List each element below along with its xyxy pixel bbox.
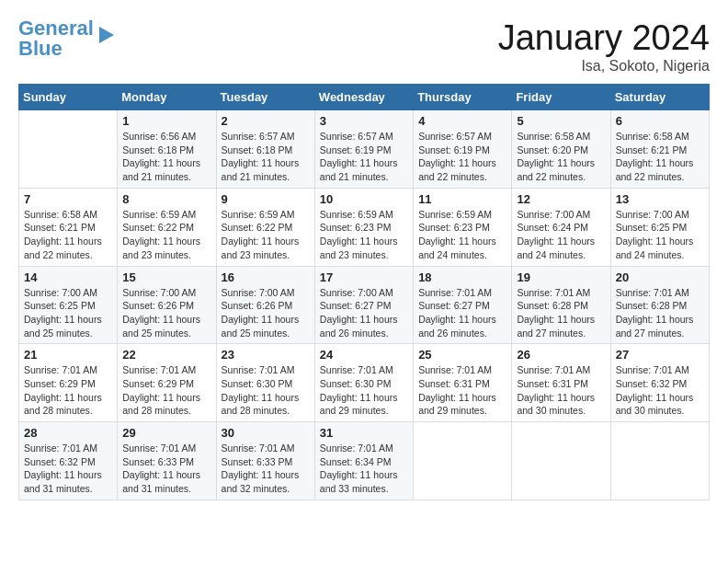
day-number: 25 [418, 348, 506, 362]
calendar-cell: 22Sunrise: 7:01 AMSunset: 6:29 PMDayligh… [118, 344, 216, 422]
title-block: January 2024 Isa, Sokoto, Nigeria [498, 18, 710, 75]
cell-details: Sunrise: 6:57 AMSunset: 6:19 PMDaylight:… [418, 130, 506, 184]
day-number: 12 [517, 192, 605, 206]
day-number: 7 [24, 192, 112, 206]
day-number: 13 [616, 192, 704, 206]
day-number: 19 [517, 270, 605, 284]
svg-marker-0 [99, 27, 114, 43]
cell-details: Sunrise: 6:59 AMSunset: 6:23 PMDaylight:… [418, 208, 506, 262]
cell-details: Sunrise: 7:00 AMSunset: 6:26 PMDaylight:… [122, 286, 210, 340]
calendar-cell: 3Sunrise: 6:57 AMSunset: 6:19 PMDaylight… [314, 110, 413, 189]
day-number: 8 [122, 192, 210, 206]
day-number: 9 [222, 192, 310, 206]
calendar-cell: 21Sunrise: 7:01 AMSunset: 6:29 PMDayligh… [19, 344, 118, 422]
calendar-cell: 6Sunrise: 6:58 AMSunset: 6:21 PMDaylight… [610, 110, 709, 189]
calendar-week-1: 1Sunrise: 6:56 AMSunset: 6:18 PMDaylight… [19, 110, 710, 189]
cell-details: Sunrise: 6:59 AMSunset: 6:22 PMDaylight:… [222, 208, 310, 262]
calendar-cell: 2Sunrise: 6:57 AMSunset: 6:18 PMDaylight… [216, 110, 314, 189]
cell-details: Sunrise: 6:59 AMSunset: 6:22 PMDaylight:… [122, 208, 210, 262]
calendar-cell [414, 422, 512, 500]
cell-details: Sunrise: 7:01 AMSunset: 6:34 PMDaylight:… [320, 442, 408, 496]
day-number: 22 [122, 348, 210, 362]
day-number: 10 [320, 192, 408, 206]
calendar-cell: 9Sunrise: 6:59 AMSunset: 6:22 PMDaylight… [216, 188, 314, 266]
header-monday: Monday [118, 85, 216, 110]
header-sunday: Sunday [19, 85, 118, 110]
day-number: 29 [122, 426, 210, 440]
day-number: 3 [320, 114, 408, 128]
cell-details: Sunrise: 6:57 AMSunset: 6:18 PMDaylight:… [222, 130, 310, 184]
calendar-cell: 24Sunrise: 7:01 AMSunset: 6:30 PMDayligh… [314, 344, 413, 422]
day-number: 11 [418, 192, 506, 206]
cell-details: Sunrise: 7:01 AMSunset: 6:32 PMDaylight:… [616, 363, 704, 418]
day-number: 1 [122, 114, 210, 128]
cell-details: Sunrise: 6:59 AMSunset: 6:23 PMDaylight:… [320, 208, 408, 262]
day-number: 16 [222, 270, 310, 284]
calendar-cell: 28Sunrise: 7:01 AMSunset: 6:32 PMDayligh… [19, 422, 118, 500]
page-subtitle: Isa, Sokoto, Nigeria [498, 58, 710, 75]
calendar-cell: 20Sunrise: 7:01 AMSunset: 6:28 PMDayligh… [610, 266, 709, 344]
cell-details: Sunrise: 7:00 AMSunset: 6:24 PMDaylight:… [517, 208, 605, 262]
calendar-cell: 19Sunrise: 7:01 AMSunset: 6:28 PMDayligh… [512, 266, 610, 344]
cell-details: Sunrise: 6:58 AMSunset: 6:21 PMDaylight:… [616, 130, 704, 184]
cell-details: Sunrise: 7:00 AMSunset: 6:26 PMDaylight:… [222, 286, 310, 340]
cell-details: Sunrise: 7:01 AMSunset: 6:33 PMDaylight:… [222, 442, 310, 496]
calendar-cell: 12Sunrise: 7:00 AMSunset: 6:24 PMDayligh… [512, 188, 610, 266]
calendar-cell: 14Sunrise: 7:00 AMSunset: 6:25 PMDayligh… [19, 266, 118, 344]
day-number: 15 [122, 270, 210, 284]
cell-details: Sunrise: 7:01 AMSunset: 6:30 PMDaylight:… [222, 363, 310, 418]
calendar-cell: 4Sunrise: 6:57 AMSunset: 6:19 PMDaylight… [414, 110, 512, 189]
calendar-cell: 7Sunrise: 6:58 AMSunset: 6:21 PMDaylight… [19, 188, 118, 266]
cell-details: Sunrise: 7:00 AMSunset: 6:25 PMDaylight:… [616, 208, 704, 262]
cell-details: Sunrise: 7:01 AMSunset: 6:32 PMDaylight:… [24, 442, 112, 496]
calendar-week-5: 28Sunrise: 7:01 AMSunset: 6:32 PMDayligh… [19, 422, 710, 500]
day-number: 18 [418, 270, 506, 284]
day-number: 23 [222, 348, 310, 362]
header-friday: Friday [512, 85, 610, 110]
calendar-cell: 18Sunrise: 7:01 AMSunset: 6:27 PMDayligh… [414, 266, 512, 344]
cell-details: Sunrise: 7:01 AMSunset: 6:31 PMDaylight:… [517, 363, 605, 418]
calendar-cell: 29Sunrise: 7:01 AMSunset: 6:33 PMDayligh… [118, 422, 216, 500]
calendar-cell: 17Sunrise: 7:00 AMSunset: 6:27 PMDayligh… [314, 266, 413, 344]
cell-details: Sunrise: 7:00 AMSunset: 6:27 PMDaylight:… [320, 286, 408, 340]
cell-details: Sunrise: 6:58 AMSunset: 6:20 PMDaylight:… [517, 130, 605, 184]
day-number: 2 [222, 114, 310, 128]
cell-details: Sunrise: 6:56 AMSunset: 6:18 PMDaylight:… [122, 130, 210, 184]
day-number: 24 [320, 348, 408, 362]
calendar-cell: 16Sunrise: 7:00 AMSunset: 6:26 PMDayligh… [216, 266, 314, 344]
day-number: 4 [418, 114, 506, 128]
day-number: 21 [24, 348, 112, 362]
calendar-week-2: 7Sunrise: 6:58 AMSunset: 6:21 PMDaylight… [19, 188, 710, 266]
calendar-table: SundayMondayTuesdayWednesdayThursdayFrid… [18, 84, 710, 500]
header-saturday: Saturday [610, 85, 709, 110]
page-header: GeneralBlue January 2024 Isa, Sokoto, Ni… [18, 18, 710, 75]
day-number: 31 [320, 426, 408, 440]
logo-arrow-icon [96, 25, 116, 45]
day-number: 26 [517, 348, 605, 362]
calendar-cell: 11Sunrise: 6:59 AMSunset: 6:23 PMDayligh… [414, 188, 512, 266]
header-wednesday: Wednesday [314, 85, 413, 110]
calendar-cell: 8Sunrise: 6:59 AMSunset: 6:22 PMDaylight… [118, 188, 216, 266]
calendar-cell: 31Sunrise: 7:01 AMSunset: 6:34 PMDayligh… [314, 422, 413, 500]
calendar-week-4: 21Sunrise: 7:01 AMSunset: 6:29 PMDayligh… [19, 344, 710, 422]
calendar-cell: 13Sunrise: 7:00 AMSunset: 6:25 PMDayligh… [610, 188, 709, 266]
page-title: January 2024 [498, 18, 710, 58]
calendar-cell: 26Sunrise: 7:01 AMSunset: 6:31 PMDayligh… [512, 344, 610, 422]
header-tuesday: Tuesday [216, 85, 314, 110]
calendar-cell: 5Sunrise: 6:58 AMSunset: 6:20 PMDaylight… [512, 110, 610, 189]
day-number: 27 [616, 348, 704, 362]
cell-details: Sunrise: 7:01 AMSunset: 6:29 PMDaylight:… [122, 363, 210, 418]
calendar-header-row: SundayMondayTuesdayWednesdayThursdayFrid… [19, 85, 710, 110]
cell-details: Sunrise: 6:58 AMSunset: 6:21 PMDaylight:… [24, 208, 112, 262]
calendar-cell: 23Sunrise: 7:01 AMSunset: 6:30 PMDayligh… [216, 344, 314, 422]
calendar-cell [19, 110, 118, 189]
cell-details: Sunrise: 6:57 AMSunset: 6:19 PMDaylight:… [320, 130, 408, 184]
calendar-cell [512, 422, 610, 500]
day-number: 14 [24, 270, 112, 284]
day-number: 28 [24, 426, 112, 440]
calendar-cell: 10Sunrise: 6:59 AMSunset: 6:23 PMDayligh… [314, 188, 413, 266]
cell-details: Sunrise: 7:01 AMSunset: 6:33 PMDaylight:… [122, 442, 210, 496]
calendar-cell: 1Sunrise: 6:56 AMSunset: 6:18 PMDaylight… [118, 110, 216, 189]
calendar-week-3: 14Sunrise: 7:00 AMSunset: 6:25 PMDayligh… [19, 266, 710, 344]
day-number: 6 [616, 114, 704, 128]
